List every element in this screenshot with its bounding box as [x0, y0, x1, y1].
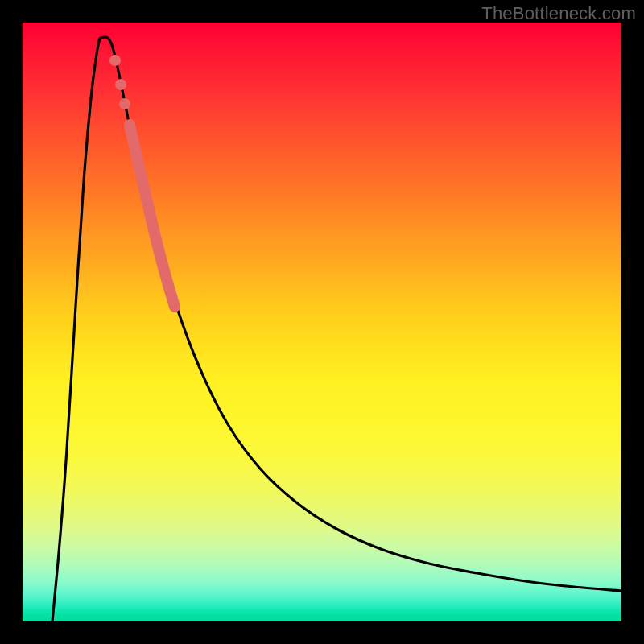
highlight-dots: [109, 55, 130, 109]
bottleneck-curve: [52, 37, 621, 621]
highlight-dot: [119, 98, 130, 109]
highlight-dot: [109, 55, 121, 66]
curve-layer: [23, 23, 621, 621]
watermark-text: TheBottleneck.com: [481, 3, 636, 24]
chart-frame: TheBottleneck.com: [0, 0, 644, 644]
plot-area: [23, 23, 621, 621]
highlight-dot: [115, 79, 126, 90]
highlight-segment: [130, 125, 175, 307]
